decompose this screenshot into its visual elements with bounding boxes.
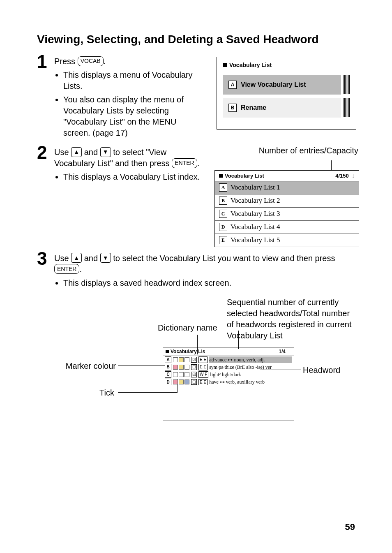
dict-tag: E E (198, 379, 208, 386)
headword-text: light² light/dark (210, 371, 292, 378)
barcode-icon (344, 75, 350, 94)
dict-tag: E E (198, 364, 208, 370)
headword-text: have ⊶ verb, auxiliary verb (209, 379, 292, 385)
step-2-bullet-1: This displays a Vocabulary List index. (63, 171, 202, 183)
up-key-icon: ▲ (71, 147, 82, 157)
vocab-key: VOCAB (78, 56, 104, 66)
letter-a-icon: A (219, 183, 227, 192)
letter-b-icon: B (228, 104, 237, 112)
screen3-row-c: C ☑ W F light² light/dark (163, 371, 294, 378)
screen1-item-rename-label: Rename (241, 103, 266, 112)
letter-a-icon: A (228, 81, 237, 89)
letter-c-icon: C (219, 210, 227, 218)
screen2-header: Vocabulary List 4/150 ↓ (215, 171, 359, 181)
tick-icon: ☑ (191, 357, 197, 363)
headword-text: ad·vance ⊶ noun, verb, adj. (209, 356, 292, 363)
step-1-bullet-1: This displays a menu of Vocabulary Lists… (63, 69, 202, 92)
figure-3: Sequential number of currently selected … (54, 297, 355, 433)
letter-e-icon: E (219, 236, 227, 244)
marker-colour-icon (173, 372, 189, 377)
enter-key: ENTER (54, 264, 79, 274)
screen3-row-d: D ☐ E E have ⊶ verb, auxiliary verb (163, 378, 294, 386)
screen3-row-b: B ☐ E E sym·pa·thize (BrE also -ise) ver (163, 363, 294, 371)
step-2-number: 2 (37, 143, 54, 162)
down-key-icon: ▼ (100, 253, 111, 263)
step-3-number: 3 (37, 250, 54, 268)
screen2-row-b: B Vocabulary List 2 (215, 194, 359, 207)
enter-key: ENTER (172, 158, 197, 168)
marker-colour-icon (173, 379, 189, 384)
screen3-counter: 1/4 (205, 348, 291, 355)
tick-icon: ☑ (191, 372, 197, 377)
sequential-caption: Sequential number of currently selected … (227, 297, 355, 341)
step-1-text-b: . (104, 57, 106, 66)
down-key-icon: ▼ (100, 147, 111, 157)
letter-b-icon: B (165, 364, 171, 370)
letter-d-icon: D (165, 379, 171, 385)
headword-text: sym·pa·thize (BrE also -ise) ver (209, 364, 292, 370)
dict-tag: W F (198, 371, 208, 378)
screen1-title: Vocabulary List (223, 61, 350, 69)
letter-b-icon: B (219, 197, 227, 205)
screen2-row-d: D Vocabulary List 4 (215, 220, 359, 234)
screen1-item-rename: B Rename (223, 98, 350, 118)
screen2-counter: 4/150 (335, 173, 349, 179)
screen-vocab-menu: Vocabulary List A View Vocabulary List B… (217, 57, 356, 130)
tick-label: Tick (99, 387, 114, 398)
step-3-bullet-1: This displays a saved headword index scr… (63, 278, 355, 289)
up-key-icon: ▲ (71, 253, 82, 263)
square-bullet-icon (223, 63, 227, 67)
screen3-header: Vocabulary Lis 1/4 (163, 347, 294, 356)
screen1-item-view-label: View Vocabulary List (241, 80, 306, 89)
screen-vocab-index: Vocabulary List 4/150 ↓ A Vocabulary Lis… (214, 170, 359, 247)
marker-colour-icon (173, 365, 189, 370)
callout-line (238, 331, 239, 349)
dictionary-name-label: Dictionary name (158, 322, 217, 333)
screen2-row-c: C Vocabulary List 3 (215, 207, 359, 220)
letter-d-icon: D (219, 223, 227, 231)
tick-icon: ☐ (191, 364, 197, 370)
screen-headword-index: Vocabulary Lis 1/4 A ☑ E E ad·vance ⊶ no… (163, 347, 294, 421)
page-title: Viewing, Selecting, and Deleting a Saved… (37, 33, 355, 46)
callout-line (331, 160, 332, 170)
marker-colour-label: Marker colour (62, 361, 116, 372)
screen2-row-e: E Vocabulary List 5 (215, 234, 359, 247)
step-1-lead: Press VOCAB. (54, 56, 202, 67)
page-number: 59 (345, 522, 355, 532)
dict-tag: E E (198, 356, 208, 363)
square-bullet-icon (219, 174, 223, 178)
screen2-row-a: A Vocabulary List 1 (215, 181, 359, 194)
step-1-bullet-2: You also can display the menu of Vocabul… (63, 94, 202, 139)
barcode-icon (344, 98, 350, 117)
step-1-text-a: Press (54, 57, 78, 66)
screen1-item-view: A View Vocabulary List (223, 75, 350, 95)
letter-a-icon: A (165, 356, 171, 363)
headword-label: Headword (303, 365, 340, 376)
tick-icon: ☐ (191, 379, 197, 385)
step-2-lead: Use ▲ and ▼ to select "View Vocabulary L… (54, 147, 202, 169)
step-1-number: 1 (37, 53, 54, 71)
step-3: 3 Use ▲ and ▼ to select the Vocabulary L… (37, 251, 355, 433)
capacity-caption: Number of entries/Capacity (214, 145, 358, 156)
down-arrow-icon: ↓ (352, 172, 355, 179)
step-3-lead: Use ▲ and ▼ to select the Vocabulary Lis… (54, 253, 355, 275)
step-1: 1 Press VOCAB. This displays a menu of V… (37, 54, 355, 141)
step-2: 2 Use ▲ and ▼ to select "View Vocabulary… (37, 145, 355, 247)
letter-c-icon: C (165, 371, 171, 378)
screen3-row-a: A ☑ E E ad·vance ⊶ noun, verb, adj. (163, 356, 294, 363)
marker-colour-icon (173, 357, 189, 362)
square-bullet-icon (166, 350, 169, 353)
